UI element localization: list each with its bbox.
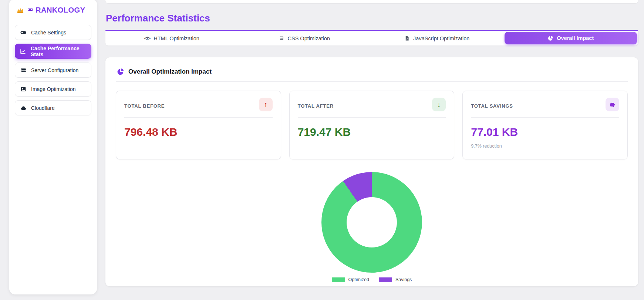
legend-item-optimized[interactable]: Optimized <box>332 277 369 282</box>
tab-overall-impact[interactable]: Overall Impact <box>505 32 637 44</box>
panel-title: Overall Optimization Impact <box>128 68 212 75</box>
legend-item-savings[interactable]: Savings <box>379 277 412 282</box>
sidebar-item-label: Cloudflare <box>31 105 55 111</box>
stat-card-total-before: TOTAL BEFORE ↑ 796.48 KB <box>116 91 281 159</box>
tab-label: JavaScript Optimization <box>413 36 469 41</box>
sidebar-item-label: Server Configuration <box>31 67 78 73</box>
piggy-bank-icon <box>606 98 619 111</box>
page-title: Performance Statistics <box>106 13 638 24</box>
donut-hole <box>347 197 397 247</box>
legend-label: Savings <box>395 277 412 282</box>
stat-label: TOTAL BEFORE <box>124 103 165 109</box>
chart-area: Optimized Savings <box>116 172 628 282</box>
arrow-down-icon: ↓ <box>432 98 446 111</box>
css-icon <box>279 36 284 41</box>
panel-header: Overall Optimization Impact <box>116 67 628 82</box>
tab-label: HTML Optimization <box>154 36 199 41</box>
stat-subtitle: 9.7% reduction <box>471 144 619 149</box>
tab-html-optimization[interactable]: </> HTML Optimization <box>105 31 238 45</box>
sidebar-item-label: Image Optimization <box>31 86 76 92</box>
arrow-up-icon: ↑ <box>259 98 273 111</box>
sidebar: RANKOLOGY Cache Settings Cache Performan… <box>9 0 97 294</box>
sidebar-item-image-optimization[interactable]: Image Optimization <box>15 81 91 97</box>
main-content: Performance Statistics </> HTML Optimiza… <box>105 0 638 286</box>
legend-label: Optimized <box>348 277 369 282</box>
app-logo: RANKOLOGY <box>15 5 91 14</box>
stat-value: 719.47 KB <box>298 126 446 138</box>
sidebar-item-cache-settings[interactable]: Cache Settings <box>15 25 91 40</box>
stat-value: 796.48 KB <box>124 126 273 138</box>
logo-mark-icon <box>27 8 33 13</box>
stat-label: TOTAL SAVINGS <box>471 103 513 109</box>
tab-javascript-optimization[interactable]: JavaScript Optimization <box>371 31 503 45</box>
logo-text: RANKOLOGY <box>36 6 85 14</box>
toggle-icon <box>20 29 27 36</box>
sidebar-item-cache-performance-stats[interactable]: Cache Performance Stats <box>15 44 91 59</box>
tab-css-optimization[interactable]: CSS Optimization <box>238 31 371 45</box>
sidebar-item-label: Cache Performance Stats <box>31 45 87 57</box>
divider <box>124 117 273 118</box>
stat-card-total-after: TOTAL AFTER ↓ 719.47 KB <box>289 91 455 159</box>
stat-card-total-savings: TOTAL SAVINGS 77.01 KB 9.7% reduction <box>462 91 628 159</box>
code-icon: </> <box>144 36 151 41</box>
stat-value: 77.01 KB <box>471 126 619 138</box>
server-icon <box>20 67 27 74</box>
tab-bar: </> HTML Optimization CSS Optimization J… <box>105 30 638 45</box>
chart-line-icon <box>20 48 26 55</box>
stat-label: TOTAL AFTER <box>298 103 334 109</box>
sidebar-item-cloudflare[interactable]: Cloudflare <box>15 100 91 115</box>
crown-icon <box>16 6 24 14</box>
legend-swatch-savings <box>379 277 392 282</box>
stats-row: TOTAL BEFORE ↑ 796.48 KB TOTAL AFTER ↓ 7… <box>116 91 628 159</box>
cloud-icon <box>20 105 27 111</box>
tab-label: CSS Optimization <box>288 36 330 41</box>
donut-chart <box>321 172 422 273</box>
overall-impact-panel: Overall Optimization Impact TOTAL BEFORE… <box>105 57 638 286</box>
sidebar-item-label: Cache Settings <box>31 30 66 36</box>
pie-chart-icon <box>547 35 553 41</box>
legend-swatch-optimized <box>332 277 345 282</box>
js-file-icon <box>404 36 410 41</box>
sidebar-nav: Cache Settings Cache Performance Stats S… <box>15 25 91 115</box>
chart-legend: Optimized Savings <box>332 277 412 282</box>
tab-label: Overall Impact <box>557 35 594 41</box>
divider <box>298 117 446 118</box>
sidebar-item-server-configuration[interactable]: Server Configuration <box>15 63 91 78</box>
pie-chart-icon <box>117 68 124 75</box>
top-strip <box>105 0 638 3</box>
image-icon <box>20 86 27 92</box>
divider <box>471 117 619 118</box>
